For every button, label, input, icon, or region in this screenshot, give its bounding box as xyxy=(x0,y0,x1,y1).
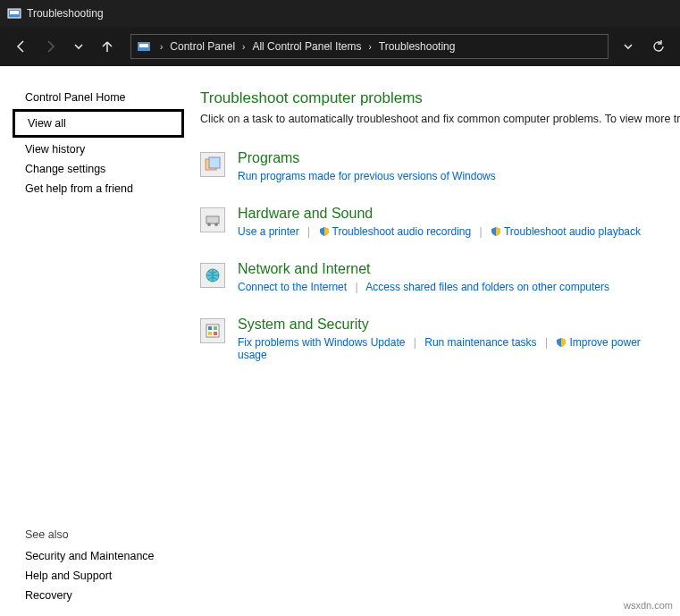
highlighted-item: View all xyxy=(13,109,184,138)
sidebar-item-view-all[interactable]: View all xyxy=(28,114,169,133)
app-icon xyxy=(7,6,21,21)
page-title: Troubleshoot computer problems xyxy=(200,89,671,107)
link-maintenance[interactable]: Run maintenance tasks xyxy=(424,336,536,349)
see-also-heading: See also xyxy=(25,528,172,541)
shield-icon xyxy=(319,226,330,237)
svg-rect-12 xyxy=(214,326,217,330)
sidebar: Control Panel Home View all View history… xyxy=(0,66,188,616)
sidebar-item-change-settings[interactable]: Change settings xyxy=(25,159,172,179)
svg-point-8 xyxy=(214,223,218,226)
page-description: Click on a task to automatically trouble… xyxy=(200,113,671,125)
chevron-right-icon: › xyxy=(242,42,245,52)
title-bar: Troubleshooting xyxy=(0,0,680,27)
network-icon xyxy=(200,263,225,288)
chevron-right-icon: › xyxy=(160,42,163,52)
category-title-hardware[interactable]: Hardware and Sound xyxy=(238,206,671,222)
separator: | xyxy=(545,336,548,349)
category-title-network[interactable]: Network and Internet xyxy=(238,261,671,277)
system-icon xyxy=(200,318,225,343)
nav-bar: › Control Panel › All Control Panel Item… xyxy=(0,27,680,66)
link-audio-playback[interactable]: Troubleshoot audio playback xyxy=(504,225,641,238)
svg-rect-14 xyxy=(214,332,217,335)
window-title: Troubleshooting xyxy=(27,7,104,20)
separator: | xyxy=(480,225,483,238)
programs-icon xyxy=(200,152,225,177)
category-hardware: Hardware and Sound Use a printer | Troub… xyxy=(200,206,671,238)
svg-rect-6 xyxy=(206,216,219,224)
svg-rect-3 xyxy=(139,44,148,47)
watermark: wsxdn.com xyxy=(624,600,673,611)
see-also-help[interactable]: Help and Support xyxy=(25,566,172,586)
breadcrumb-all-items[interactable]: All Control Panel Items xyxy=(252,40,361,53)
breadcrumb-troubleshooting[interactable]: Troubleshooting xyxy=(379,40,456,53)
breadcrumb-control-panel[interactable]: Control Panel xyxy=(170,40,235,53)
shield-icon xyxy=(491,226,501,237)
refresh-button[interactable] xyxy=(646,34,671,59)
category-programs: Programs Run programs made for previous … xyxy=(200,150,671,182)
category-title-programs[interactable]: Programs xyxy=(238,150,671,166)
address-history-button[interactable] xyxy=(619,34,637,59)
back-button[interactable] xyxy=(9,34,34,59)
shield-icon xyxy=(556,337,567,348)
link-windows-update[interactable]: Fix problems with Windows Update xyxy=(238,336,405,349)
main-panel: Troubleshoot computer problems Click on … xyxy=(188,66,680,616)
svg-rect-5 xyxy=(209,157,220,168)
address-bar[interactable]: › Control Panel › All Control Panel Item… xyxy=(130,34,609,59)
link-use-printer[interactable]: Use a printer xyxy=(238,225,299,238)
sidebar-item-get-help[interactable]: Get help from a friend xyxy=(25,179,172,198)
svg-rect-13 xyxy=(208,332,212,335)
sidebar-item-home[interactable]: Control Panel Home xyxy=(25,88,172,107)
link-connect-internet[interactable]: Connect to the Internet xyxy=(238,281,347,293)
recent-locations-button[interactable] xyxy=(66,34,91,59)
category-system: System and Security Fix problems with Wi… xyxy=(200,316,671,361)
category-network: Network and Internet Connect to the Inte… xyxy=(200,261,671,293)
hardware-icon xyxy=(200,207,225,232)
see-also-security[interactable]: Security and Maintenance xyxy=(25,546,172,566)
up-button[interactable] xyxy=(95,34,120,59)
control-panel-icon xyxy=(137,39,151,54)
see-also-recovery[interactable]: Recovery xyxy=(25,586,172,605)
svg-rect-1 xyxy=(10,11,19,14)
link-shared-files[interactable]: Access shared files and folders on other… xyxy=(365,281,609,293)
chevron-right-icon: › xyxy=(368,42,371,52)
svg-rect-11 xyxy=(208,326,212,330)
category-title-system[interactable]: System and Security xyxy=(238,316,671,333)
forward-button[interactable] xyxy=(38,34,63,59)
link-audio-recording[interactable]: Troubleshoot audio recording xyxy=(332,225,472,238)
separator: | xyxy=(355,281,357,293)
sidebar-item-view-history[interactable]: View history xyxy=(25,139,172,159)
separator: | xyxy=(414,336,416,349)
link-run-legacy-programs[interactable]: Run programs made for previous versions … xyxy=(238,170,496,182)
separator: | xyxy=(307,225,310,238)
svg-point-7 xyxy=(207,223,211,226)
